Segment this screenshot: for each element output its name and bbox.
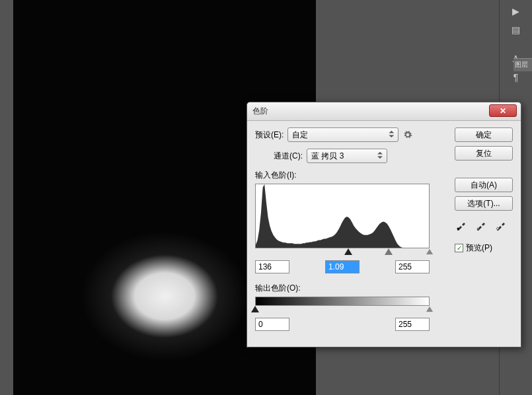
levels-dialog: 色阶 ✕ 预设(E): 自定 通道(C): 蓝 拷贝 3 — [247, 102, 521, 347]
output-gradient — [255, 297, 430, 306]
gamma-slider[interactable] — [385, 248, 393, 255]
input-levels-label: 输入色阶(I): — [255, 170, 447, 181]
output-white-field[interactable] — [395, 318, 430, 331]
preview-checkbox[interactable]: ✓ — [455, 244, 463, 252]
histogram — [255, 184, 430, 248]
step-icon[interactable]: ▤ — [507, 22, 525, 37]
white-eyedropper-icon[interactable] — [494, 219, 508, 232]
reset-button[interactable]: 复位 — [455, 146, 513, 161]
gear-icon[interactable] — [402, 129, 413, 140]
paragraph-icon[interactable]: ¶ — [507, 70, 525, 85]
preset-label: 预设(E): — [255, 129, 284, 141]
output-black-field[interactable] — [255, 318, 289, 331]
preset-select[interactable]: 自定 — [287, 127, 399, 142]
close-button[interactable]: ✕ — [489, 104, 517, 117]
ok-button[interactable]: 确定 — [455, 127, 513, 142]
gray-eyedropper-icon[interactable] — [475, 219, 488, 232]
output-white-slider[interactable] — [426, 306, 434, 312]
channel-select[interactable]: 蓝 拷贝 3 — [307, 149, 387, 163]
white-point-slider[interactable] — [426, 248, 434, 255]
output-black-slider[interactable] — [251, 306, 259, 312]
dialog-titlebar[interactable]: 色阶 ✕ — [247, 102, 521, 121]
input-white-field[interactable] — [395, 260, 430, 273]
auto-button[interactable]: 自动(A) — [455, 178, 513, 192]
svg-point-0 — [457, 228, 459, 230]
input-slider-track[interactable] — [255, 248, 430, 258]
svg-point-2 — [497, 228, 499, 230]
options-button[interactable]: 选项(T)... — [455, 196, 513, 211]
svg-point-1 — [477, 228, 479, 230]
output-slider-track[interactable] — [255, 306, 430, 315]
input-gamma-field[interactable] — [325, 260, 360, 273]
black-eyedropper-icon[interactable] — [455, 219, 468, 232]
black-point-slider[interactable] — [344, 248, 352, 255]
layers-panel-tab[interactable]: 图层 — [513, 58, 532, 71]
close-icon: ✕ — [500, 106, 506, 116]
input-black-field[interactable] — [255, 260, 289, 273]
play-icon[interactable]: ▶ — [507, 4, 525, 18]
preview-label: 预览(P) — [466, 242, 492, 254]
channel-label: 通道(C): — [274, 151, 303, 162]
output-levels-label: 输出色阶(O): — [255, 283, 447, 294]
dialog-title: 色阶 — [252, 106, 268, 117]
